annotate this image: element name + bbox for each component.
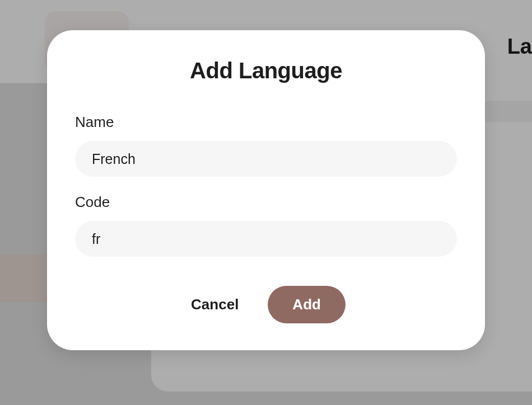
modal-actions: Cancel Add (75, 286, 457, 323)
name-field: Name (75, 114, 457, 177)
code-input[interactable] (75, 221, 457, 257)
cancel-button[interactable]: Cancel (186, 287, 243, 322)
modal-overlay[interactable]: Add Language Name Code Cancel Add (0, 0, 532, 405)
add-language-modal: Add Language Name Code Cancel Add (47, 30, 485, 350)
code-field: Code (75, 194, 457, 257)
name-input[interactable] (75, 141, 457, 177)
modal-title: Add Language (75, 58, 457, 83)
code-label: Code (75, 194, 457, 211)
add-button[interactable]: Add (268, 286, 346, 323)
name-label: Name (75, 114, 457, 131)
